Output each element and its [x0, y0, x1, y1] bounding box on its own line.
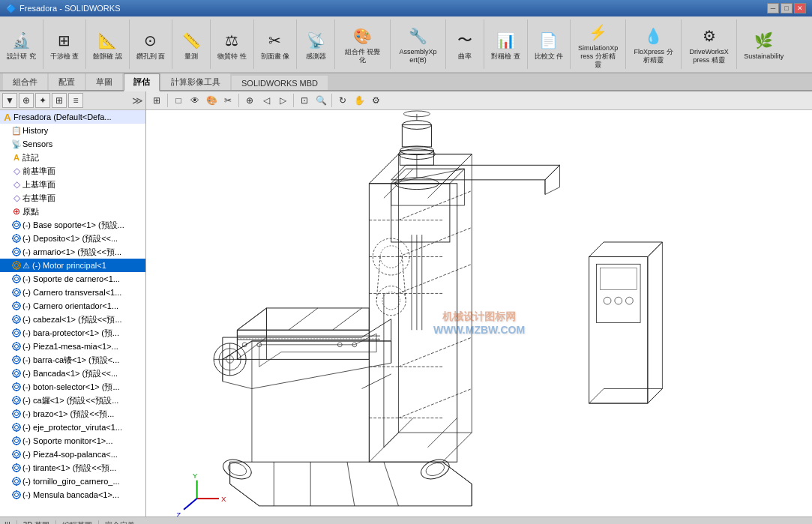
vp-btn-rotate[interactable]: ↻ [335, 93, 350, 108]
viewport-canvas[interactable]: X Y Z 机械设计图标网 WWW.MZBW.COM [146, 110, 812, 517]
svg-point-13 [15, 250, 19, 254]
deposito-tree-icon [10, 232, 22, 244]
svg-point-31 [15, 291, 19, 295]
tab-solidworks-mbd[interactable]: SOLIDWORKS MBD [232, 76, 328, 90]
minimize-button[interactable]: ─ [767, 3, 779, 13]
vp-btn-section-view[interactable]: ✂ [220, 93, 235, 108]
ribbon-item-measure[interactable]: 📏 量測 [175, 26, 207, 63]
ribbon-item-sustainability[interactable]: 🌿 Sustainability [740, 26, 787, 63]
vp-btn-pan[interactable]: ✋ [352, 93, 367, 108]
mass-properties-label: 物質特 性 [217, 52, 247, 61]
top-plane-tree-label: 上基準面 [22, 179, 144, 190]
vp-btn-zoom-sheet[interactable]: 🔍 [313, 93, 328, 108]
ribbon-item-section-view[interactable]: ✂ 剖面畫 像 [257, 26, 294, 63]
svg-point-12 [13, 248, 20, 256]
tree-item-sensors[interactable]: 📡 Sensors [0, 137, 145, 151]
tirante-tree-label: (-) tirante<1> (預設<<預... [22, 463, 144, 474]
tree-item-tirante[interactable]: (-) tirante<1> (預設<<預... [0, 461, 145, 475]
vp-btn-next-view[interactable]: ▷ [275, 93, 290, 108]
vp-btn-options[interactable]: ⚙ [368, 93, 383, 108]
tree-item-carnero-transversal[interactable]: (-) Carnero transversal<1... [0, 286, 145, 299]
tree-item-base-soporte[interactable]: (-) Base soporte<1> (預設... [0, 218, 145, 232]
tree-item-bancada[interactable]: (-) Bancada<1> (預設<<... [0, 367, 145, 380]
tree-item-pieza1-mesa-mia[interactable]: (-) Pieza1-mesa-mia<1>... [0, 340, 145, 353]
title-bar-left: 🔷 Fresadora - SOLIDWORKS [6, 4, 120, 13]
ribbon-item-assembly-xpert[interactable]: 🔧 AssemblyXpert(B) [394, 22, 442, 67]
vp-btn-zoom-fit[interactable]: ⊡ [297, 93, 312, 108]
ribbon-item-design-study[interactable]: 🔬 設計研 究 [3, 26, 40, 63]
tab-evaluate[interactable]: 評估 [124, 73, 160, 91]
brazo-tree-label: (-) brazo<1> (預設<<預... [22, 409, 144, 420]
ribbon-item-curvature[interactable]: 〜 曲率 [449, 26, 481, 63]
ribbon-item-sensor[interactable]: 📡 感測器 [300, 26, 331, 63]
restore-button[interactable]: □ [781, 3, 793, 13]
tree-item-top-plane[interactable]: ◇ 上基準面 [0, 178, 145, 191]
right-plane-tree-icon: ◇ [10, 192, 22, 204]
tree-item-brazo[interactable]: (-) brazo<1> (預設<<預... [0, 407, 145, 421]
deviation-label: 對稱檢 查 [491, 52, 520, 61]
svg-point-78 [13, 397, 20, 404]
tree-item-right-plane[interactable]: ◇ 右基準面 [0, 191, 145, 205]
ribbon-sep-9 [445, 19, 446, 69]
ribbon-item-deviation[interactable]: 📊 對稱檢 查 [487, 26, 524, 63]
vp-btn-hide-show[interactable]: 👁 [187, 93, 202, 108]
tab-layout[interactable]: 配置 [49, 73, 85, 90]
tree-item-front-plane[interactable]: ◇ 前基準面 [0, 164, 145, 178]
ribbon-item-mass-properties[interactable]: ⚖ 物質特 性 [214, 26, 250, 63]
ribbon-item-driveWorks[interactable]: ⚙ DriveWorksXpress 精靈 [685, 22, 733, 67]
vp-btn-prev-view[interactable]: ◁ [259, 93, 274, 108]
tab-assembly[interactable]: 組合件 [3, 73, 47, 90]
ribbon-item-compare-doc[interactable]: 📄 比較文 件 [531, 26, 568, 63]
mensula-bancada-tree-label: (-) Mensula bancada<1>... [22, 490, 144, 499]
status-bar: ||| 3D 草圖 編輯草圖 完全定義 [0, 517, 812, 524]
svg-point-114 [13, 478, 20, 485]
measure-icon: 📏 [179, 28, 203, 52]
brazo-tree-icon [10, 408, 22, 420]
tree-item-ca-luo[interactable]: (-) ca鑼<1> (預設<<預設... [0, 394, 145, 407]
ribbon-item-floXpress[interactable]: 💧 FloXpress 分析精靈 [629, 22, 678, 67]
deposito-tree-label: (-) Deposito<1> (預設<<... [22, 233, 144, 244]
sidebar-filter-btn[interactable]: ▼ [2, 93, 17, 108]
sidebar-list-btn[interactable]: ≡ [68, 93, 83, 108]
floXpress-label: FloXpress 分析精靈 [633, 48, 674, 64]
sensor-icon: 📡 [304, 28, 328, 52]
tree-root[interactable]: A Fresadora (Default<Defa... [0, 110, 145, 124]
sidebar-add-btn[interactable]: ⊕ [19, 93, 34, 108]
tree-item-history[interactable]: 📋 History [0, 124, 145, 137]
ca-luo-tree-label: (-) ca鑼<1> (預設<<預設... [22, 395, 144, 406]
sidebar-star-btn[interactable]: ✦ [35, 93, 50, 108]
ribbon-sep-12 [570, 19, 571, 69]
vp-btn-view-orient[interactable]: ⊞ [149, 93, 164, 108]
tab-sketch[interactable]: 草圖 [86, 73, 122, 90]
tree-item-mensula-bancada[interactable]: (-) Mensula bancada<1>... [0, 488, 145, 502]
close-button[interactable]: ✕ [794, 3, 806, 13]
ribbon-item-interference[interactable]: ⊞ 干涉檢 查 [46, 26, 83, 63]
vp-btn-display-style[interactable]: □ [171, 93, 186, 108]
ribbon-item-hole-alignment[interactable]: ⊙ 鑽孔到 面 [133, 26, 169, 63]
feature-tree: A Fresadora (Default<Defa... 📋 History 📡… [0, 110, 145, 517]
tree-item-pieza4-sop-palanca[interactable]: (-) Pieza4-sop-palanca<... [0, 448, 145, 461]
tree-item-deposito[interactable]: (-) Deposito<1> (預設<<... [0, 232, 145, 245]
tree-item-armario[interactable]: (-) armario<1> (預設<<預... [0, 245, 145, 259]
ribbon-item-clearance[interactable]: 📐 餘隙確 認 [89, 26, 126, 63]
tree-item-cabezal[interactable]: (-) cabezal<1> (預設<<預... [0, 313, 145, 326]
tree-item-origin[interactable]: ⊕ 原點 [0, 205, 145, 218]
tree-item-eje-protector-viruta[interactable]: (-) eje_protector_viruta<1... [0, 421, 145, 434]
ribbon-item-assembly-viz[interactable]: 🎨 組合件 視覺化 [338, 22, 387, 67]
vp-btn-edit-appear[interactable]: 🎨 [204, 93, 219, 108]
tree-item-tornillo-giro-carnero[interactable]: (-) tornillo_giro_carnero_... [0, 475, 145, 488]
tree-item-barra-ca[interactable]: (-) barra-ca镄<1> (預設<... [0, 353, 145, 367]
tree-item-carnero-orientador[interactable]: (-) Carnero orientador<1... [0, 299, 145, 313]
ribbon-item-simulation[interactable]: ⚡ SimulationXpress 分析精靈 [574, 18, 622, 70]
tree-item-soporte-carnero[interactable]: (-) Soporte de carnero<1... [0, 272, 145, 286]
tree-item-bara-protector[interactable]: (-) bara-protector<1> (預... [0, 326, 145, 340]
tree-item-motor-principal[interactable]: ⚠ (-) Motor principal<1 [0, 259, 145, 272]
sidebar-expand-btn[interactable]: ≫ [131, 94, 143, 106]
tree-item-soporte-monitor[interactable]: (-) Soporte monitor<1>... [0, 434, 145, 448]
tab-image-tools[interactable]: 計算影像工具 [161, 73, 230, 90]
tree-item-boton-selector[interactable]: (-) boton-selector<1> (預... [0, 380, 145, 394]
vp-btn-view-focus[interactable]: ⊕ [242, 93, 257, 108]
tree-item-annotations[interactable]: A 註記 [0, 151, 145, 164]
title-bar: 🔷 Fresadora - SOLIDWORKS ─ □ ✕ [0, 0, 812, 16]
sidebar-grid-btn[interactable]: ⊞ [52, 93, 67, 108]
